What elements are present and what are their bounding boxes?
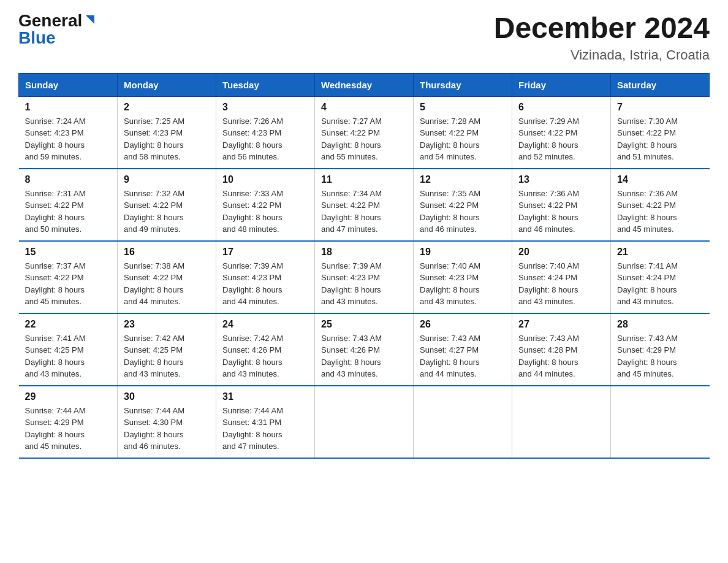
title-section: December 2024 Vizinada, Istria, Croatia [494, 12, 710, 63]
logo-general-text: General [18, 12, 82, 29]
day-info: Sunrise: 7:40 AM Sunset: 4:23 PM Dayligh… [420, 260, 506, 308]
calendar-cell: 11 Sunrise: 7:34 AM Sunset: 4:22 PM Dayl… [315, 169, 414, 241]
header-tuesday: Tuesday [216, 73, 315, 96]
day-info: Sunrise: 7:25 AM Sunset: 4:23 PM Dayligh… [124, 115, 210, 163]
day-number: 1 [25, 102, 112, 113]
day-number: 20 [518, 247, 604, 258]
week-row-1: 1 Sunrise: 7:24 AM Sunset: 4:23 PM Dayli… [19, 96, 710, 169]
calendar-cell [512, 386, 611, 458]
calendar-cell: 9 Sunrise: 7:32 AM Sunset: 4:22 PM Dayli… [118, 169, 216, 241]
subtitle: Vizinada, Istria, Croatia [494, 47, 710, 63]
day-info: Sunrise: 7:43 AM Sunset: 4:28 PM Dayligh… [518, 332, 604, 380]
calendar-cell: 20 Sunrise: 7:40 AM Sunset: 4:24 PM Dayl… [512, 241, 611, 313]
calendar-cell: 19 Sunrise: 7:40 AM Sunset: 4:23 PM Dayl… [414, 241, 512, 313]
day-number: 3 [222, 102, 308, 113]
day-info: Sunrise: 7:39 AM Sunset: 4:23 PM Dayligh… [321, 260, 407, 308]
calendar-cell: 16 Sunrise: 7:38 AM Sunset: 4:22 PM Dayl… [118, 241, 216, 313]
header-sunday: Sunday [19, 73, 118, 96]
day-info: Sunrise: 7:44 AM Sunset: 4:30 PM Dayligh… [124, 405, 210, 453]
day-info: Sunrise: 7:27 AM Sunset: 4:22 PM Dayligh… [321, 115, 407, 163]
day-info: Sunrise: 7:36 AM Sunset: 4:22 PM Dayligh… [617, 188, 703, 236]
day-number: 17 [222, 247, 308, 258]
day-info: Sunrise: 7:42 AM Sunset: 4:25 PM Dayligh… [124, 332, 210, 380]
calendar-cell: 10 Sunrise: 7:33 AM Sunset: 4:22 PM Dayl… [216, 169, 315, 241]
day-number: 2 [124, 102, 210, 113]
calendar-cell: 14 Sunrise: 7:36 AM Sunset: 4:22 PM Dayl… [611, 169, 710, 241]
calendar-cell: 29 Sunrise: 7:44 AM Sunset: 4:29 PM Dayl… [19, 386, 118, 458]
calendar-cell: 6 Sunrise: 7:29 AM Sunset: 4:22 PM Dayli… [512, 96, 611, 169]
day-info: Sunrise: 7:38 AM Sunset: 4:22 PM Dayligh… [124, 260, 210, 308]
calendar-cell: 31 Sunrise: 7:44 AM Sunset: 4:31 PM Dayl… [216, 386, 315, 458]
day-number: 30 [124, 391, 210, 402]
logo-triangle-icon [83, 13, 97, 26]
day-info: Sunrise: 7:26 AM Sunset: 4:23 PM Dayligh… [222, 115, 308, 163]
day-number: 10 [222, 174, 308, 185]
day-info: Sunrise: 7:42 AM Sunset: 4:26 PM Dayligh… [222, 332, 308, 380]
calendar-cell: 15 Sunrise: 7:37 AM Sunset: 4:22 PM Dayl… [19, 241, 118, 313]
day-info: Sunrise: 7:39 AM Sunset: 4:23 PM Dayligh… [222, 260, 308, 308]
calendar-cell: 17 Sunrise: 7:39 AM Sunset: 4:23 PM Dayl… [216, 241, 315, 313]
day-info: Sunrise: 7:36 AM Sunset: 4:22 PM Dayligh… [518, 188, 604, 236]
calendar-cell: 4 Sunrise: 7:27 AM Sunset: 4:22 PM Dayli… [315, 96, 414, 169]
calendar-cell: 12 Sunrise: 7:35 AM Sunset: 4:22 PM Dayl… [414, 169, 512, 241]
calendar-cell [414, 386, 512, 458]
calendar-cell: 5 Sunrise: 7:28 AM Sunset: 4:22 PM Dayli… [414, 96, 512, 169]
day-number: 29 [25, 391, 112, 402]
day-number: 21 [617, 247, 703, 258]
day-number: 6 [518, 102, 604, 113]
day-info: Sunrise: 7:43 AM Sunset: 4:29 PM Dayligh… [617, 332, 703, 380]
day-info: Sunrise: 7:37 AM Sunset: 4:22 PM Dayligh… [25, 260, 112, 308]
day-info: Sunrise: 7:31 AM Sunset: 4:22 PM Dayligh… [25, 188, 112, 236]
day-info: Sunrise: 7:30 AM Sunset: 4:22 PM Dayligh… [617, 115, 703, 163]
calendar-cell: 25 Sunrise: 7:43 AM Sunset: 4:26 PM Dayl… [315, 313, 414, 386]
calendar-cell [315, 386, 414, 458]
day-number: 11 [321, 174, 407, 185]
day-info: Sunrise: 7:43 AM Sunset: 4:27 PM Dayligh… [420, 332, 506, 380]
day-info: Sunrise: 7:35 AM Sunset: 4:22 PM Dayligh… [420, 188, 506, 236]
calendar-cell: 1 Sunrise: 7:24 AM Sunset: 4:23 PM Dayli… [19, 96, 118, 169]
day-info: Sunrise: 7:41 AM Sunset: 4:24 PM Dayligh… [617, 260, 703, 308]
day-number: 5 [420, 102, 506, 113]
calendar-cell: 7 Sunrise: 7:30 AM Sunset: 4:22 PM Dayli… [611, 96, 710, 169]
calendar-cell: 13 Sunrise: 7:36 AM Sunset: 4:22 PM Dayl… [512, 169, 611, 241]
day-number: 24 [222, 319, 308, 330]
day-number: 13 [518, 174, 604, 185]
day-number: 8 [25, 174, 112, 185]
day-number: 9 [124, 174, 210, 185]
header-thursday: Thursday [414, 73, 512, 96]
svg-marker-0 [86, 15, 94, 24]
day-info: Sunrise: 7:41 AM Sunset: 4:25 PM Dayligh… [25, 332, 112, 380]
calendar-cell: 18 Sunrise: 7:39 AM Sunset: 4:23 PM Dayl… [315, 241, 414, 313]
week-row-2: 8 Sunrise: 7:31 AM Sunset: 4:22 PM Dayli… [19, 169, 710, 241]
day-number: 12 [420, 174, 506, 185]
calendar-cell: 24 Sunrise: 7:42 AM Sunset: 4:26 PM Dayl… [216, 313, 315, 386]
calendar-table: SundayMondayTuesdayWednesdayThursdayFrid… [18, 73, 710, 459]
calendar-cell: 2 Sunrise: 7:25 AM Sunset: 4:23 PM Dayli… [118, 96, 216, 169]
day-number: 25 [321, 319, 407, 330]
calendar-cell: 22 Sunrise: 7:41 AM Sunset: 4:25 PM Dayl… [19, 313, 118, 386]
day-number: 28 [617, 319, 703, 330]
calendar-cell: 30 Sunrise: 7:44 AM Sunset: 4:30 PM Dayl… [118, 386, 216, 458]
calendar-cell: 26 Sunrise: 7:43 AM Sunset: 4:27 PM Dayl… [414, 313, 512, 386]
day-info: Sunrise: 7:32 AM Sunset: 4:22 PM Dayligh… [124, 188, 210, 236]
day-info: Sunrise: 7:28 AM Sunset: 4:22 PM Dayligh… [420, 115, 506, 163]
logo-row: General [18, 12, 97, 29]
day-info: Sunrise: 7:33 AM Sunset: 4:22 PM Dayligh… [222, 188, 308, 236]
day-info: Sunrise: 7:43 AM Sunset: 4:26 PM Dayligh… [321, 332, 407, 380]
day-number: 14 [617, 174, 703, 185]
day-number: 22 [25, 319, 112, 330]
week-row-5: 29 Sunrise: 7:44 AM Sunset: 4:29 PM Dayl… [19, 386, 710, 458]
day-info: Sunrise: 7:34 AM Sunset: 4:22 PM Dayligh… [321, 188, 407, 236]
day-number: 26 [420, 319, 506, 330]
day-number: 31 [222, 391, 308, 402]
week-row-3: 15 Sunrise: 7:37 AM Sunset: 4:22 PM Dayl… [19, 241, 710, 313]
header-friday: Friday [512, 73, 611, 96]
page-header: General Blue December 2024 Vizinada, Ist… [18, 12, 710, 63]
logo: General Blue [18, 12, 97, 47]
days-header-row: SundayMondayTuesdayWednesdayThursdayFrid… [19, 73, 710, 96]
day-info: Sunrise: 7:29 AM Sunset: 4:22 PM Dayligh… [518, 115, 604, 163]
calendar-cell: 21 Sunrise: 7:41 AM Sunset: 4:24 PM Dayl… [611, 241, 710, 313]
calendar-cell: 28 Sunrise: 7:43 AM Sunset: 4:29 PM Dayl… [611, 313, 710, 386]
header-wednesday: Wednesday [315, 73, 414, 96]
logo-blue-text: Blue [18, 29, 56, 47]
